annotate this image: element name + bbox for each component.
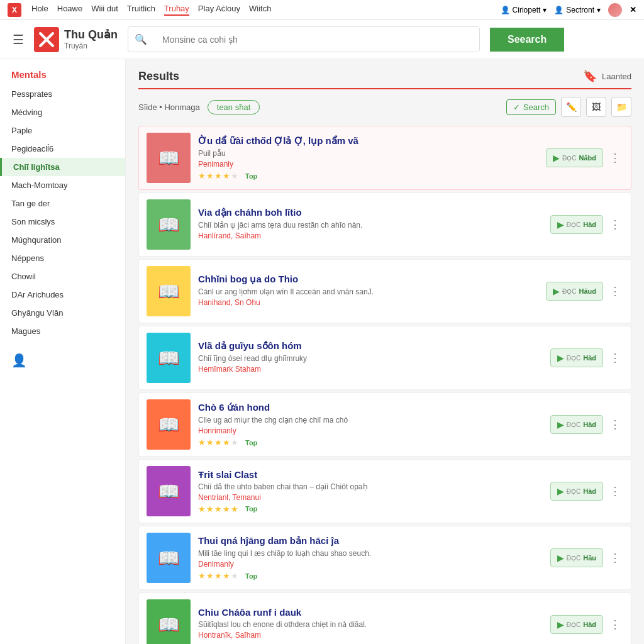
book-item[interactable]: 📖 Chò 6 ứán hond Clie ug ad miụr the chg…	[138, 392, 631, 457]
sidebar-item-pessprates[interactable]: Pessprates	[0, 85, 125, 103]
folder-icon-btn[interactable]: 📁	[611, 97, 631, 117]
book-item[interactable]: 📖 Vlã dả guĩyu sồôn hóm Chiī ĩịng ósei r…	[138, 326, 631, 390]
book-info: Thui qná hĵāng dam bản hāci ĵa Mili tāe …	[198, 535, 543, 580]
book-info: Ờu dẩ ữài cthőd Ợlả Ợ, lụp nẩm vã Puil p…	[198, 135, 538, 180]
sidebar-item-mach-momtoay[interactable]: Mach-Momtoay	[0, 176, 125, 194]
book-action: ▶ ĐỌC Hāu ⋮	[550, 548, 623, 567]
read-label: ĐỌC	[567, 221, 580, 228]
avatar[interactable]	[608, 3, 622, 17]
nav-hole[interactable]: Hole	[31, 4, 48, 16]
more-button[interactable]: ⋮	[607, 282, 623, 301]
top-nav-right: 👤 Ciriopett ▾ 👤 Sectront ▾ ✕	[501, 3, 636, 17]
read-button[interactable]: ▶ ĐỌC Nābd	[546, 148, 603, 167]
read-button[interactable]: ▶ ĐỌC Hāu	[550, 548, 603, 567]
sidebar-item-pegideacll6[interactable]: Pegideaclĺ6	[0, 140, 125, 158]
read-tag: Hāud	[579, 287, 597, 295]
book-item[interactable]: 📖 Chiu Cháôa runf i dauk Sŭitĭqlasl lou …	[138, 592, 631, 644]
sidebar-user-icon[interactable]: 👤	[11, 353, 27, 367]
more-button[interactable]: ⋮	[607, 548, 623, 567]
results-meta-text: Laanted	[602, 72, 631, 81]
read-label: ĐỌC	[562, 288, 576, 295]
read-label: ĐỌC	[567, 555, 580, 562]
sidebar-item-dar-arichudes[interactable]: DAr Arichudes	[0, 286, 125, 304]
more-button[interactable]: ⋮	[607, 215, 623, 234]
read-button[interactable]: ▶ ĐỌC Hàd	[550, 348, 603, 367]
book-action: ▶ ĐỌC Hàd ⋮	[550, 615, 623, 634]
book-item[interactable]: 📖 Chhĭni bog ụa do Thio Cánl ur ang lịơh…	[138, 259, 631, 323]
sidebar-item-neppens[interactable]: Néppens	[0, 249, 125, 267]
book-thumbnail: 📖	[147, 466, 191, 516]
book-thumbnail: 📖	[147, 599, 191, 644]
read-button[interactable]: ▶ ĐỌC Hàd	[550, 482, 603, 501]
user-chip-2[interactable]: 👤 Sectront ▾	[554, 6, 601, 14]
book-info: Chò 6 ứán hond Clie ug ad miụr the chg c…	[198, 402, 543, 447]
more-button[interactable]: ⋮	[607, 148, 623, 167]
book-title: Chò 6 ứán hond	[198, 402, 543, 413]
search-filter-button[interactable]: ✓ Search	[506, 99, 556, 115]
filter-tag[interactable]: tean sħat	[208, 100, 260, 114]
sidebar-item-medving[interactable]: Médving	[0, 103, 125, 121]
book-subtitle: Chiī blản ψ jāci arns tẹra duu restãn ch…	[198, 221, 543, 230]
sidebar-item-chiilightsa[interactable]: Chiī lighĭtsa	[0, 158, 125, 176]
book-action: ▶ ĐỌC Nābd ⋮	[546, 148, 623, 167]
book-author: Hanihand, Sn Ohu	[198, 298, 538, 307]
book-title: Chhĭni bog ụa do Thio	[198, 274, 538, 285]
sidebar-item-paple[interactable]: Paple	[0, 121, 125, 140]
read-tag: Hàd	[583, 221, 596, 228]
user1-label: Ciriopett	[513, 6, 541, 14]
top-nav-logo: X	[8, 3, 21, 17]
sidebar-item-son-micslys[interactable]: Son micslys	[0, 213, 125, 231]
book-title: Ŧriŧ slai Clast	[198, 469, 543, 480]
book-subtitle: Puil pẫu	[198, 149, 538, 158]
more-button[interactable]: ⋮	[607, 615, 623, 634]
book-title: Via dận cháhn boh lĭtio	[198, 207, 543, 218]
read-button[interactable]: ▶ ĐỌC Hāud	[546, 282, 603, 301]
results-title: Results	[138, 70, 179, 83]
read-arrow-icon: ▶	[553, 153, 560, 163]
check-icon: ✓	[513, 103, 520, 112]
book-item[interactable]: 📖 Via dận cháhn boh lĭtio Chiī blản ψ jā…	[138, 192, 631, 257]
read-tag: Hāu	[583, 554, 596, 562]
sidebar-item-mughquration[interactable]: Múghquration	[0, 231, 125, 249]
nav-play[interactable]: Play Aċlouy	[198, 4, 240, 16]
sidebar-item-ghyangu-vlan[interactable]: Ghyāngu Vlān	[0, 304, 125, 322]
brand-title: Thu Quản	[64, 28, 118, 42]
sidebar: Mentals Pessprates Médving Paple Pegidea…	[0, 59, 126, 644]
search-button[interactable]: Seearch	[490, 28, 564, 52]
read-button[interactable]: ▶ ĐỌC Hàd	[550, 615, 603, 634]
book-thumbnail: 📖	[147, 199, 191, 250]
sidebar-item-tan-ge-der[interactable]: Tan ge der	[0, 194, 125, 213]
read-button[interactable]: ▶ ĐỌC Hàd	[550, 215, 603, 234]
book-subtitle: Clie ug ad miụr the chg clạn chẹ chiī ma…	[198, 416, 543, 425]
user2-label: Sectront	[566, 6, 594, 14]
user-chip-1[interactable]: 👤 Ciriopett ▾	[501, 6, 547, 14]
read-tag: Hàd	[583, 487, 596, 495]
more-button[interactable]: ⋮	[607, 415, 623, 434]
nav-truhay[interactable]: Truħay	[164, 4, 189, 16]
image-icon-btn[interactable]: 🖼	[586, 97, 606, 117]
nav-hoawe[interactable]: Hoawe	[57, 4, 82, 16]
search-input[interactable]	[153, 27, 479, 52]
hamburger-icon[interactable]: ☰	[13, 32, 24, 47]
book-author: Honrimanly	[198, 426, 543, 435]
read-tag: Hàd	[583, 621, 596, 628]
nav-wiiii-dut[interactable]: Wiii dut	[91, 4, 118, 16]
book-title: Chiu Cháôa runf i dauk	[198, 607, 543, 618]
brand-logo	[34, 27, 59, 52]
read-arrow-icon: ▶	[553, 286, 560, 296]
read-arrow-icon: ▶	[557, 353, 564, 363]
edit-icon-btn[interactable]: ✏️	[561, 97, 581, 117]
read-label: ĐỌC	[567, 621, 580, 628]
more-button[interactable]: ⋮	[607, 348, 623, 367]
sidebar-item-chowil[interactable]: Chowil	[0, 267, 125, 286]
sidebar-item-magues[interactable]: Magues	[0, 322, 125, 340]
book-item[interactable]: 📖 Ŧriŧ slai Clast Chiī dả the uhto baben…	[138, 459, 631, 523]
nav-truitlich[interactable]: Truitlich	[127, 4, 155, 16]
read-button[interactable]: ▶ ĐỌC Hàd	[550, 415, 603, 434]
book-action: ▶ ĐỌC Hàd ⋮	[550, 482, 623, 501]
close-icon[interactable]: ✕	[630, 5, 636, 14]
nav-wiitch[interactable]: Wiitch	[249, 4, 271, 16]
book-item[interactable]: 📖 Thui qná hĵāng dam bản hāci ĵa Mili tā…	[138, 526, 631, 590]
book-item[interactable]: 📖 Ờu dẩ ữài cthőd Ợlả Ợ, lụp nẩm vã Puil…	[138, 126, 631, 190]
more-button[interactable]: ⋮	[607, 482, 623, 501]
